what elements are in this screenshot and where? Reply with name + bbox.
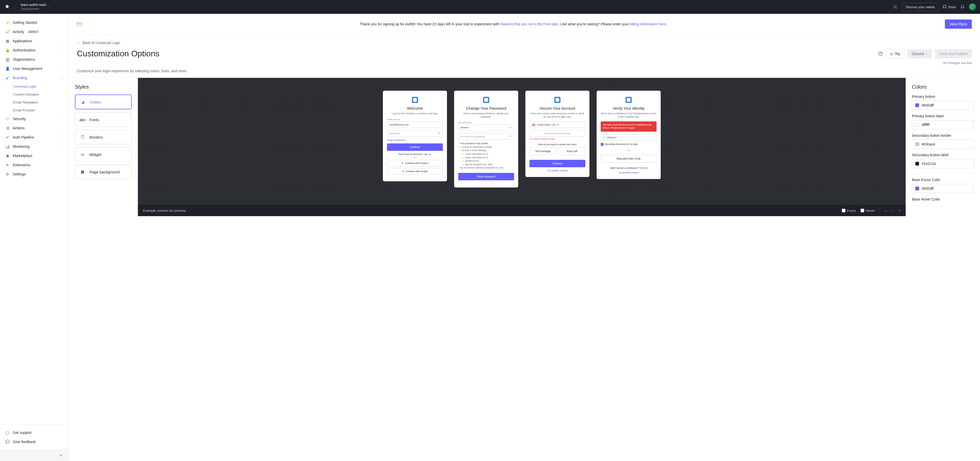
alert-box: You have exceeded the amount of notifica…: [601, 121, 657, 131]
color-value: #c9cace: [922, 142, 935, 146]
color-label: Base Hover Color: [912, 197, 974, 201]
color-input[interactable]: #1e212a: [912, 159, 974, 168]
color-field-base-hover-color: Base Hover Color: [912, 197, 974, 201]
continue-dropbox[interactable]: ▼Continue with Dropbox: [387, 160, 443, 166]
country-select[interactable]: United States, US, +1›: [530, 121, 585, 128]
sidebar-item-monitoring[interactable]: 📊Monitoring›: [0, 142, 68, 151]
docs-link[interactable]: Docs: [943, 5, 956, 9]
phone-field[interactable]: Enter your phone number: [530, 130, 585, 137]
eye-icon[interactable]: 👁: [509, 126, 512, 129]
eye-icon[interactable]: 👁: [509, 135, 512, 138]
try-button[interactable]: ▷ Try: [886, 49, 904, 59]
sidebar-item-authentication[interactable]: 🔒Authentication›: [0, 46, 68, 55]
bell-icon[interactable]: [960, 4, 965, 10]
style-card-page-background[interactable]: ▦Page background: [75, 165, 132, 179]
style-card-widget[interactable]: ▭Widget: [75, 147, 132, 162]
help-icon[interactable]: [878, 51, 883, 56]
collapse-sidebar-button[interactable]: [58, 453, 63, 458]
device-option[interactable]: iPhone X: [601, 134, 657, 141]
sidebar-item-getting-started[interactable]: ⚡Getting Started: [0, 18, 68, 27]
signup-link[interactable]: Sign up: [423, 153, 431, 155]
chevron-right-icon: ›: [582, 124, 583, 126]
chevron-right-icon: ›: [64, 145, 64, 148]
search-icon[interactable]: [892, 4, 898, 10]
email-field[interactable]: user@domain.com: [387, 121, 443, 128]
sidebar-subitem-email-templates[interactable]: Email Templates: [0, 98, 68, 106]
discuss-button[interactable]: Discuss your needs: [902, 3, 939, 11]
page-description: Customize your login experience by selec…: [77, 69, 972, 73]
style-card-borders[interactable]: ☐Borders: [75, 130, 132, 144]
hover-toggle[interactable]: Hover: [861, 209, 875, 212]
manual-code-button[interactable]: Manually Enter Code: [601, 155, 657, 163]
sidebar-subitem-universal-login[interactable]: Universal Login: [0, 82, 68, 90]
color-field-base-focus-color: Base Focus Color#635dff: [912, 178, 974, 193]
fit-icon[interactable]: ↔: [884, 209, 888, 212]
nav-icon: 🏢: [5, 57, 10, 62]
swatch-icon: [915, 103, 919, 107]
continue-google[interactable]: GContinue with Google: [387, 168, 443, 175]
discard-button[interactable]: Discard ⌄: [907, 49, 932, 59]
password-field[interactable]: Password👁: [387, 130, 443, 137]
chevron-down-icon: ⌄: [48, 5, 50, 8]
focus-toggle[interactable]: Focus: [842, 209, 856, 212]
new-password-field[interactable]: ••••••••••👁: [458, 125, 514, 131]
preview-screen-welcome: Welcome Log in to My Company to continue…: [383, 91, 447, 181]
chevron-right-icon: ›: [64, 67, 64, 70]
nav-icon: ⚡: [5, 20, 10, 25]
style-card-colors[interactable]: ◢Colors: [75, 95, 132, 109]
view-plans-button[interactable]: View Plans: [945, 19, 972, 29]
sidebar-item-user-management[interactable]: 👤User Management›: [0, 64, 68, 73]
sidebar-item-auth-pipeline[interactable]: ⇄Auth Pipeline›: [0, 133, 68, 142]
sidebar-item-branding[interactable]: 🖌Branding⌄: [0, 73, 68, 82]
reenter-password-field[interactable]: Re-enter new password👁: [458, 133, 514, 140]
page-title: Customization Options: [77, 49, 159, 59]
resend-link[interactable]: Resend: [640, 167, 648, 169]
sidebar-item-settings[interactable]: ⚙Settings: [0, 170, 68, 179]
forgot-password-link[interactable]: Forgot password?: [387, 139, 443, 141]
color-input[interactable]: #ffffff: [912, 120, 974, 129]
text-message-button[interactable]: Text message: [530, 147, 556, 155]
features-link[interactable]: features that are not in the Free plan: [500, 22, 558, 26]
styles-panel: Styles ◢ColorsabcFonts☐Borders▭Widget▦Pa…: [69, 78, 138, 216]
reset-password-button[interactable]: Reset password: [458, 173, 514, 180]
sidebar-item-security[interactable]: 🛡Security›: [0, 114, 68, 124]
tenant-selector[interactable]: learn-auth0-react Development ⌄: [21, 3, 50, 11]
sidebar-subitem-custom-domains[interactable]: Custom Domains: [0, 90, 68, 98]
try-another-link[interactable]: Try another method: [601, 171, 657, 174]
sidebar-item-organizations[interactable]: 🏢Organizations: [0, 55, 68, 64]
auth0-logo[interactable]: [4, 4, 10, 10]
continue-button[interactable]: Continue: [387, 143, 443, 151]
voice-call-button[interactable]: Voice call: [558, 147, 585, 155]
back-link[interactable]: ← Back to Universal Login: [77, 41, 972, 45]
sidebar-item-marketplace[interactable]: ▣Marketplace: [0, 151, 68, 160]
color-input[interactable]: #635dff: [912, 184, 974, 193]
color-input[interactable]: #635dff: [912, 101, 974, 110]
dropbox-icon: ▼: [401, 162, 404, 165]
sidebar-item-activity[interactable]: 📈ActivityEARLY: [0, 27, 68, 36]
eye-icon[interactable]: 👁: [438, 132, 441, 135]
sidebar-item-actions[interactable]: ⇶Actions›: [0, 124, 68, 133]
chevron-right-icon: ›: [64, 127, 64, 130]
sidebar-subitem-email-provider[interactable]: Email Provider: [0, 106, 68, 114]
color-label: Base Focus Color: [912, 178, 974, 182]
nav-icon: 🔒: [5, 48, 10, 52]
get-support-link[interactable]: ◯ Get support: [0, 428, 68, 437]
sidebar-item-extensions[interactable]: ✳Extensions: [0, 160, 68, 170]
preview-footer: Example screens for preview. Focus Hover…: [138, 205, 906, 216]
color-label: Primary button: [912, 95, 974, 98]
try-another-link[interactable]: Try another method: [530, 169, 585, 172]
billing-link[interactable]: billing information here: [630, 22, 666, 26]
remember-device-checkbox[interactable]: ✓Remember this device for 30 days: [601, 143, 657, 146]
avatar[interactable]: [969, 3, 976, 10]
colors-panel: Colors Primary button#635dffPrimary butt…: [906, 78, 980, 216]
app-logo-icon: [412, 97, 418, 103]
continue-button[interactable]: Continue: [530, 160, 585, 167]
zoom-in-icon[interactable]: +: [899, 209, 900, 212]
style-card-fonts[interactable]: abcFonts: [75, 112, 132, 127]
nav-icon: 📊: [5, 144, 10, 149]
save-publish-button[interactable]: Save And Publish: [935, 49, 972, 59]
zoom-out-icon[interactable]: −: [892, 209, 894, 212]
sidebar-item-applications[interactable]: ▦Applications›: [0, 36, 68, 46]
give-feedback-link[interactable]: 💬 Give feedback: [0, 437, 68, 447]
color-input[interactable]: #c9cace: [912, 139, 974, 149]
